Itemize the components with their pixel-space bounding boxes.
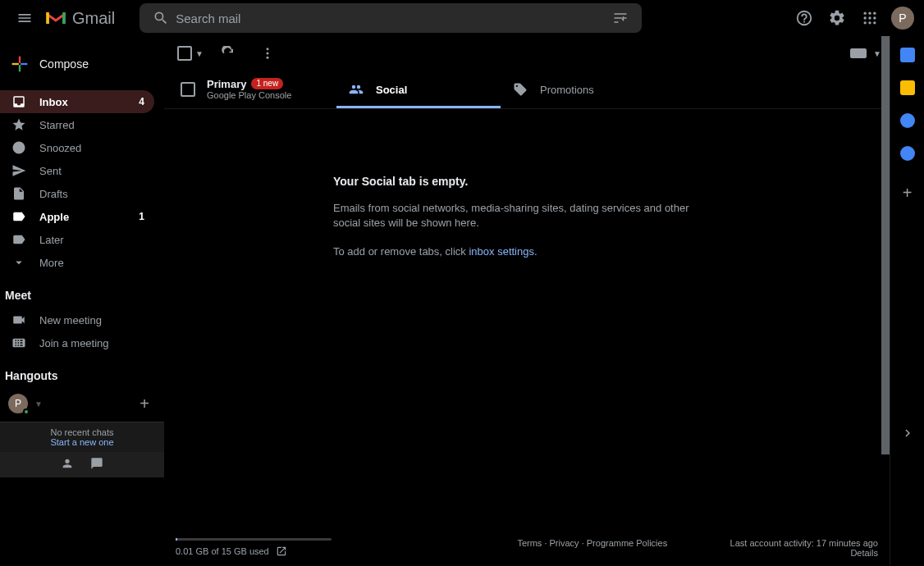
refresh-button[interactable] bbox=[213, 39, 243, 68]
select-dropdown[interactable]: ▼ bbox=[195, 49, 204, 58]
file-icon bbox=[11, 186, 26, 201]
svg-point-11 bbox=[266, 57, 268, 59]
svg-point-1 bbox=[868, 12, 871, 15]
category-tabs: Primary 1 new Google Play Console Social… bbox=[164, 71, 890, 109]
tab-primary-label: Primary bbox=[207, 78, 246, 91]
settings-button[interactable] bbox=[821, 2, 853, 34]
footer-terms-link[interactable]: Terms bbox=[517, 538, 542, 548]
tab-primary-badge: 1 new bbox=[251, 78, 283, 89]
meet-new-meeting[interactable]: New meeting bbox=[0, 308, 154, 331]
compose-button[interactable]: Compose bbox=[0, 46, 164, 82]
presence-indicator bbox=[23, 409, 30, 415]
more-vert-icon bbox=[260, 46, 275, 61]
refresh-icon bbox=[221, 46, 236, 61]
empty-hint: To add or remove tabs, click inbox setti… bbox=[333, 245, 890, 258]
tab-primary[interactable]: Primary 1 new Google Play Console bbox=[164, 71, 336, 108]
svg-point-7 bbox=[868, 21, 871, 24]
tab-promotions[interactable]: Promotions bbox=[501, 71, 665, 108]
video-icon bbox=[11, 313, 26, 327]
more-actions-button[interactable] bbox=[253, 39, 282, 68]
open-in-new-icon bbox=[276, 545, 287, 557]
search-options-button[interactable] bbox=[606, 3, 635, 33]
gmail-logo-icon bbox=[44, 9, 67, 27]
inbox-settings-link[interactable]: inbox settings. bbox=[469, 245, 537, 258]
nav-label-apple[interactable]: Apple 1 bbox=[0, 205, 154, 228]
star-icon bbox=[11, 117, 26, 132]
nav-count: 1 bbox=[139, 211, 144, 222]
footer-policies-link[interactable]: Programme Policies bbox=[587, 538, 667, 548]
hangouts-contacts-button[interactable] bbox=[57, 457, 77, 472]
nav-label: More bbox=[39, 257, 144, 269]
apps-grid-icon bbox=[862, 10, 878, 26]
clock-icon bbox=[11, 140, 26, 155]
tab-promotions-label: Promotions bbox=[540, 84, 594, 96]
gmail-logo-text: Gmail bbox=[72, 9, 115, 28]
svg-point-8 bbox=[873, 21, 876, 24]
gmail-logo[interactable]: Gmail bbox=[44, 9, 115, 28]
nav-label: Apple bbox=[39, 211, 139, 223]
nav-more[interactable]: More bbox=[0, 251, 154, 274]
footer-privacy-link[interactable]: Privacy bbox=[550, 538, 579, 548]
account-avatar[interactable]: P bbox=[891, 7, 914, 30]
person-icon bbox=[61, 457, 74, 470]
search-button[interactable] bbox=[146, 3, 176, 33]
select-all-checkbox[interactable] bbox=[177, 46, 192, 61]
footer-details-link[interactable]: Details bbox=[730, 548, 878, 558]
scrollbar-thumb[interactable] bbox=[881, 36, 890, 454]
hangouts-new-chat-button[interactable]: + bbox=[133, 395, 156, 413]
hangouts-start-new[interactable]: Start a new one bbox=[0, 437, 164, 447]
search-input[interactable] bbox=[176, 11, 606, 25]
hangouts-avatar-initial: P bbox=[15, 398, 21, 409]
nav-drafts[interactable]: Drafts bbox=[0, 182, 154, 205]
hangouts-avatar: P bbox=[8, 394, 28, 413]
hangouts-self-row[interactable]: P ▼ + bbox=[0, 389, 164, 418]
empty-social-content: Your Social tab is empty. Emails from so… bbox=[164, 109, 890, 530]
empty-hint-prefix: To add or remove tabs, click bbox=[333, 245, 469, 258]
tab-social[interactable]: Social bbox=[336, 71, 501, 108]
side-panel: + bbox=[890, 36, 924, 566]
support-button[interactable] bbox=[788, 2, 821, 34]
chat-bubble-icon bbox=[90, 457, 103, 470]
chevron-down-icon: ▼ bbox=[34, 399, 43, 409]
nav-label: Join a meeting bbox=[39, 337, 144, 349]
meet-join-meeting[interactable]: Join a meeting bbox=[0, 331, 154, 354]
storage-open-button[interactable] bbox=[276, 545, 287, 557]
app-header: Gmail P bbox=[0, 0, 924, 36]
hangouts-chats-button[interactable] bbox=[87, 457, 107, 472]
main-footer: 0.01 GB of 15 GB used Terms · Privacy · … bbox=[164, 530, 890, 566]
nav-label: New meeting bbox=[39, 314, 144, 326]
svg-point-2 bbox=[873, 12, 876, 15]
scrollbar[interactable] bbox=[881, 36, 890, 454]
chevron-right-icon bbox=[900, 426, 915, 440]
nav-label-later[interactable]: Later bbox=[0, 228, 154, 251]
primary-tab-checkbox-icon bbox=[181, 82, 195, 97]
main-menu-button[interactable] bbox=[7, 0, 43, 36]
side-panel-toggle[interactable] bbox=[900, 426, 915, 443]
nav-label: Later bbox=[39, 234, 144, 246]
apps-button[interactable] bbox=[853, 2, 886, 34]
hangouts-section-header: Hangouts bbox=[5, 369, 164, 382]
search-bar bbox=[140, 3, 642, 33]
get-addons-button[interactable]: + bbox=[903, 184, 913, 203]
keep-addon[interactable] bbox=[900, 80, 915, 95]
inbox-icon bbox=[11, 94, 26, 109]
left-sidebar: Compose Inbox 4 Starred Snoozed Sent Dra… bbox=[0, 36, 164, 566]
nav-label: Drafts bbox=[39, 188, 144, 200]
nav-inbox[interactable]: Inbox 4 bbox=[0, 90, 154, 113]
empty-description: Emails from social networks, media-shari… bbox=[333, 201, 711, 231]
calendar-addon[interactable] bbox=[900, 48, 915, 62]
nav-starred[interactable]: Starred bbox=[0, 113, 154, 136]
nav-label: Starred bbox=[39, 119, 144, 131]
input-tools-dropdown[interactable]: ▼ bbox=[873, 49, 881, 58]
storage-bar bbox=[176, 538, 332, 541]
search-icon bbox=[153, 10, 169, 26]
nav-sent[interactable]: Sent bbox=[0, 159, 154, 182]
chevron-down-icon bbox=[11, 255, 26, 270]
nav-label: Sent bbox=[39, 165, 144, 177]
svg-point-0 bbox=[864, 12, 867, 15]
tasks-addon[interactable] bbox=[900, 113, 915, 128]
contacts-addon[interactable] bbox=[900, 146, 915, 161]
svg-point-10 bbox=[266, 52, 268, 55]
input-tools-button[interactable] bbox=[850, 48, 867, 58]
nav-snoozed[interactable]: Snoozed bbox=[0, 136, 154, 159]
